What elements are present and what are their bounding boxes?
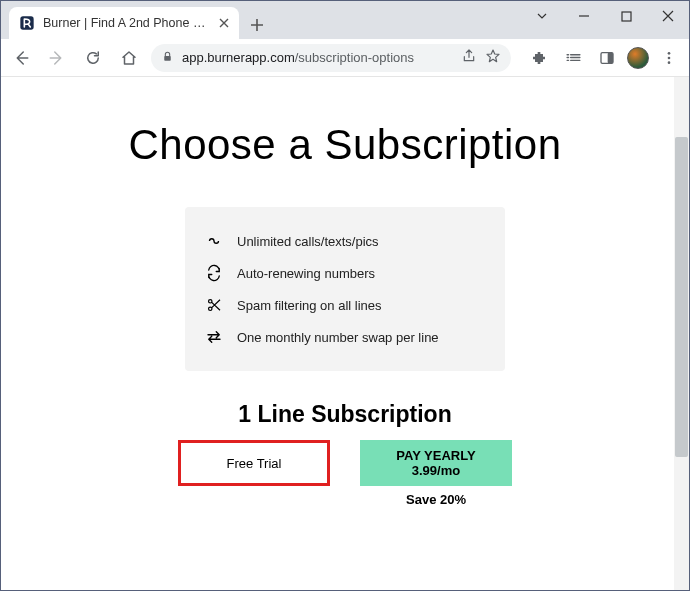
plan-row: Free Trial PAY YEARLY 3.99/mo Save 20% bbox=[178, 440, 512, 507]
scissors-icon bbox=[205, 296, 223, 314]
maximize-button[interactable] bbox=[605, 1, 647, 31]
svg-point-7 bbox=[668, 61, 671, 64]
svg-point-5 bbox=[668, 52, 671, 55]
new-tab-button[interactable] bbox=[245, 11, 269, 39]
page-viewport: Choose a Subscription Unlimited calls/te… bbox=[1, 77, 689, 590]
share-icon[interactable] bbox=[461, 48, 477, 67]
feature-label: Unlimited calls/texts/pics bbox=[237, 234, 379, 249]
subscription-page: Choose a Subscription Unlimited calls/te… bbox=[1, 77, 689, 507]
tab-title: Burner | Find A 2nd Phone Numb bbox=[43, 16, 211, 30]
home-button[interactable] bbox=[115, 44, 143, 72]
window-spacer bbox=[479, 1, 521, 31]
media-control-icon[interactable] bbox=[559, 44, 587, 72]
feature-autorenew: Auto-renewing numbers bbox=[205, 257, 485, 289]
svg-rect-2 bbox=[164, 55, 171, 60]
refresh-icon bbox=[205, 264, 223, 282]
url-text: app.burnerapp.com/subscription-options bbox=[182, 50, 453, 65]
address-bar[interactable]: app.burnerapp.com/subscription-options bbox=[151, 44, 511, 72]
features-box: Unlimited calls/texts/pics Auto-renewing… bbox=[185, 207, 505, 371]
feature-label: Auto-renewing numbers bbox=[237, 266, 375, 281]
browser-toolbar: app.burnerapp.com/subscription-options bbox=[1, 39, 689, 77]
free-trial-button[interactable]: Free Trial bbox=[178, 440, 330, 486]
scrollbar[interactable] bbox=[674, 77, 689, 590]
burner-favicon-icon bbox=[19, 15, 35, 31]
feature-label: One monthly number swap per line bbox=[237, 330, 439, 345]
back-button[interactable] bbox=[7, 44, 35, 72]
minimize-button[interactable] bbox=[563, 1, 605, 31]
extensions-icon[interactable] bbox=[525, 44, 553, 72]
reload-button[interactable] bbox=[79, 44, 107, 72]
feature-spam: Spam filtering on all lines bbox=[205, 289, 485, 321]
window-titlebar: Burner | Find A 2nd Phone Numb bbox=[1, 1, 689, 39]
svg-point-8 bbox=[209, 300, 212, 303]
menu-icon[interactable] bbox=[655, 44, 683, 72]
star-icon[interactable] bbox=[485, 48, 501, 67]
infinity-icon bbox=[205, 232, 223, 250]
pay-yearly-label: PAY YEARLY bbox=[396, 448, 475, 463]
feature-unlimited: Unlimited calls/texts/pics bbox=[205, 225, 485, 257]
free-trial-label: Free Trial bbox=[227, 456, 282, 471]
pay-yearly-button[interactable]: PAY YEARLY 3.99/mo bbox=[360, 440, 512, 486]
chevron-down-icon[interactable] bbox=[521, 1, 563, 31]
side-panel-icon[interactable] bbox=[593, 44, 621, 72]
swap-icon bbox=[205, 328, 223, 346]
page-heading: Choose a Subscription bbox=[128, 121, 561, 169]
pay-yearly-price: 3.99/mo bbox=[412, 463, 460, 478]
feature-swap: One monthly number swap per line bbox=[205, 321, 485, 353]
window-controls bbox=[479, 1, 689, 39]
svg-point-6 bbox=[668, 56, 671, 59]
tab-close-icon[interactable] bbox=[219, 15, 229, 31]
svg-rect-1 bbox=[622, 12, 631, 21]
svg-rect-0 bbox=[20, 16, 33, 29]
svg-rect-4 bbox=[608, 52, 613, 63]
profile-avatar[interactable] bbox=[627, 47, 649, 69]
subscription-subheading: 1 Line Subscription bbox=[238, 401, 451, 428]
scrollbar-thumb[interactable] bbox=[675, 137, 688, 457]
lock-icon bbox=[161, 50, 174, 66]
feature-label: Spam filtering on all lines bbox=[237, 298, 382, 313]
browser-tab[interactable]: Burner | Find A 2nd Phone Numb bbox=[9, 7, 239, 39]
forward-button[interactable] bbox=[43, 44, 71, 72]
close-button[interactable] bbox=[647, 1, 689, 31]
svg-point-9 bbox=[209, 307, 212, 310]
save-label: Save 20% bbox=[406, 492, 466, 507]
